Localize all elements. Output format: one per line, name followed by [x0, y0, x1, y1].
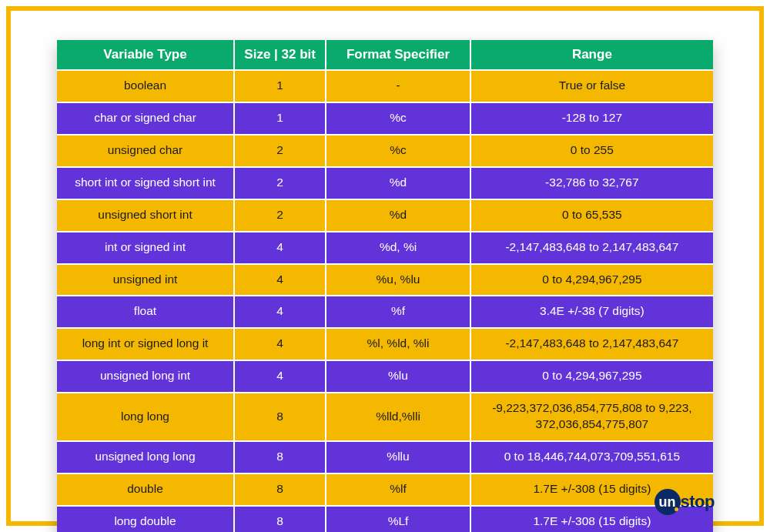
- table-header-row: Variable Type Size | 32 bit Format Speci…: [57, 40, 713, 70]
- cell-format-specifier: %c: [326, 102, 470, 135]
- cell-range: -128 to 127: [470, 102, 713, 135]
- cell-format-specifier: -: [326, 70, 470, 102]
- cell-variable-type: unsigned char: [57, 135, 234, 167]
- logo-mark-icon: un: [654, 489, 681, 515]
- cell-range: -2,147,483,648 to 2,147,483,647: [470, 232, 713, 264]
- cell-format-specifier: %u, %lu: [326, 264, 470, 296]
- cell-size: 2: [234, 199, 326, 232]
- cell-format-specifier: %c: [326, 135, 470, 167]
- cell-variable-type: long int or signed long it: [57, 328, 234, 360]
- table-row: unsigned long long8%llu0 to 18,446,744,0…: [57, 441, 713, 473]
- cell-variable-type: double: [57, 473, 234, 506]
- cell-range: 0 to 4,294,967,295: [470, 360, 713, 393]
- cell-format-specifier: %llu: [326, 441, 470, 473]
- cell-format-specifier: %lf: [326, 473, 470, 506]
- cell-variable-type: char or signed char: [57, 102, 234, 135]
- table-row: unsigned short int2%d0 to 65,535: [57, 199, 713, 232]
- table-row: unsigned int4%u, %lu0 to 4,294,967,295: [57, 264, 713, 296]
- cell-format-specifier: %d: [326, 199, 470, 232]
- cell-format-specifier: %f: [326, 296, 470, 328]
- table-row: char or signed char1%c-128 to 127: [57, 102, 713, 135]
- cell-range: 0 to 4,294,967,295: [470, 264, 713, 296]
- cell-size: 8: [234, 393, 326, 441]
- cell-variable-type: long double: [57, 506, 234, 532]
- table-row: short int or signed short int2%d-32,786 …: [57, 167, 713, 199]
- unstop-logo: un stop: [654, 489, 715, 515]
- cell-variable-type: unsigned long long: [57, 441, 234, 473]
- table-row: unsigned char2%c0 to 255: [57, 135, 713, 167]
- cell-variable-type: short int or signed short int: [57, 167, 234, 199]
- cell-size: 8: [234, 506, 326, 532]
- page-frame: Variable Type Size | 32 bit Format Speci…: [6, 6, 764, 526]
- cell-variable-type: unsigned long int: [57, 360, 234, 393]
- cell-range: 0 to 65,535: [470, 199, 713, 232]
- variable-types-table: Variable Type Size | 32 bit Format Speci…: [57, 40, 713, 532]
- table-row: double8%lf1.7E +/-308 (15 digits): [57, 473, 713, 506]
- cell-variable-type: unsigned int: [57, 264, 234, 296]
- header-variable-type: Variable Type: [57, 40, 234, 70]
- cell-size: 1: [234, 102, 326, 135]
- cell-size: 8: [234, 473, 326, 506]
- cell-size: 2: [234, 167, 326, 199]
- cell-size: 4: [234, 264, 326, 296]
- table-row: unsigned long int4%lu0 to 4,294,967,295: [57, 360, 713, 393]
- cell-format-specifier: %Lf: [326, 506, 470, 532]
- types-table-container: Variable Type Size | 32 bit Format Speci…: [57, 40, 713, 532]
- cell-variable-type: float: [57, 296, 234, 328]
- cell-size: 8: [234, 441, 326, 473]
- table-row: long double8%Lf1.7E +/-308 (15 digits): [57, 506, 713, 532]
- header-range: Range: [470, 40, 713, 70]
- cell-variable-type: boolean: [57, 70, 234, 102]
- cell-size: 1: [234, 70, 326, 102]
- cell-format-specifier: %l, %ld, %li: [326, 328, 470, 360]
- cell-range: 0 to 255: [470, 135, 713, 167]
- cell-range: -2,147,483,648 to 2,147,483,647: [470, 328, 713, 360]
- header-format-specifier: Format Specifier: [326, 40, 470, 70]
- cell-range: 0 to 18,446,744,073,709,551,615: [470, 441, 713, 473]
- logo-text: stop: [681, 492, 715, 512]
- table-row: long long8%lld,%lli-9,223,372,036,854,77…: [57, 393, 713, 441]
- cell-format-specifier: %d, %i: [326, 232, 470, 264]
- cell-range: True or false: [470, 70, 713, 102]
- table-row: float4%f3.4E +/-38 (7 digits): [57, 296, 713, 328]
- cell-format-specifier: %lld,%lli: [326, 393, 470, 441]
- cell-variable-type: long long: [57, 393, 234, 441]
- cell-range: 3.4E +/-38 (7 digits): [470, 296, 713, 328]
- table-body: boolean1-True or falsechar or signed cha…: [57, 70, 713, 532]
- cell-size: 4: [234, 296, 326, 328]
- cell-size: 4: [234, 232, 326, 264]
- cell-format-specifier: %lu: [326, 360, 470, 393]
- cell-size: 4: [234, 360, 326, 393]
- cell-size: 2: [234, 135, 326, 167]
- cell-format-specifier: %d: [326, 167, 470, 199]
- cell-size: 4: [234, 328, 326, 360]
- cell-range: -9,223,372,036,854,775,808 to 9,223, 372…: [470, 393, 713, 441]
- cell-variable-type: unsigned short int: [57, 199, 234, 232]
- cell-range: -32,786 to 32,767: [470, 167, 713, 199]
- table-row: long int or signed long it4%l, %ld, %li-…: [57, 328, 713, 360]
- table-row: boolean1-True or false: [57, 70, 713, 102]
- cell-variable-type: int or signed int: [57, 232, 234, 264]
- header-size: Size | 32 bit: [234, 40, 326, 70]
- table-row: int or signed int4%d, %i-2,147,483,648 t…: [57, 232, 713, 264]
